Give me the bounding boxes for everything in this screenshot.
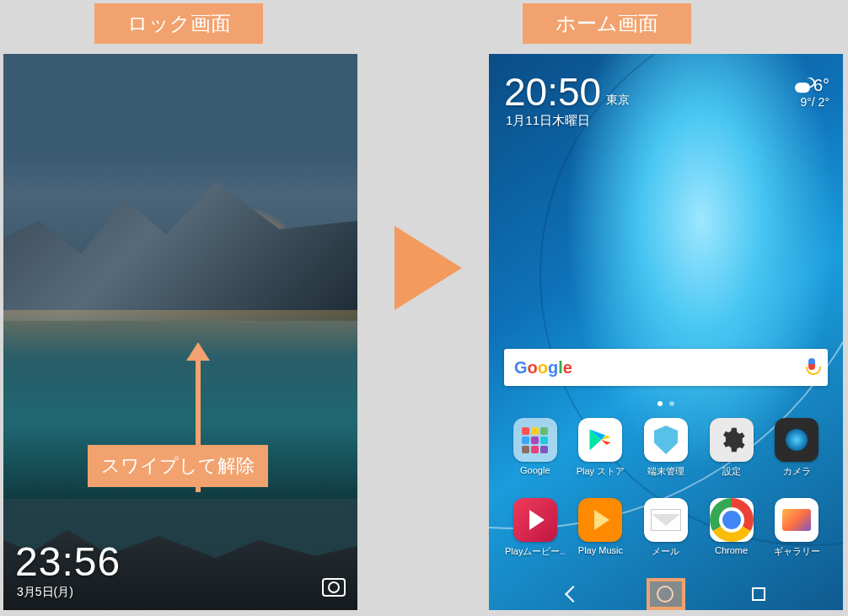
swipe-hint-label: スワイプして解除 xyxy=(88,445,268,487)
app-mail[interactable]: メール xyxy=(635,498,697,558)
home-time: 20:50 xyxy=(504,69,601,115)
home-screen-label: ホーム画面 xyxy=(523,3,691,44)
weather-temp: 6° xyxy=(813,76,829,94)
google-folder-icon xyxy=(513,418,557,462)
app-label: メール xyxy=(652,545,679,558)
play-music-icon xyxy=(578,498,622,542)
app-label: Play Music xyxy=(578,545,623,555)
home-button[interactable] xyxy=(657,586,674,603)
mic-icon[interactable] xyxy=(806,358,818,377)
gallery-icon xyxy=(775,498,818,542)
camera-icon xyxy=(775,418,818,462)
page-indicator xyxy=(657,401,674,406)
back-button[interactable] xyxy=(565,586,582,603)
app-play-movies[interactable]: Playムービー.. xyxy=(504,498,566,558)
phone-manager-icon xyxy=(644,418,688,462)
app-chrome[interactable]: Chrome xyxy=(700,498,763,558)
app-gallery[interactable]: ギャラリー xyxy=(765,498,828,558)
transition-arrow-icon xyxy=(394,226,462,310)
weather-icon xyxy=(795,83,810,93)
app-play-store[interactable]: Play ストア xyxy=(570,418,632,478)
app-label: Playムービー.. xyxy=(505,545,566,558)
navigation-bar xyxy=(489,578,843,610)
camera-icon[interactable] xyxy=(322,578,346,597)
app-camera[interactable]: カメラ xyxy=(765,418,828,478)
app-settings[interactable]: 設定 xyxy=(700,418,763,478)
clock-widget[interactable]: 20:50 東京 xyxy=(504,69,630,115)
app-label: Google xyxy=(520,465,550,475)
home-date: 1月11日木曜日 xyxy=(506,113,590,129)
mail-icon xyxy=(644,498,688,542)
app-phone-manager[interactable]: 端末管理 xyxy=(635,418,697,478)
play-store-icon xyxy=(578,418,622,462)
google-logo: Google xyxy=(514,358,572,378)
app-label: 設定 xyxy=(722,465,741,478)
app-label: カメラ xyxy=(783,465,811,478)
settings-icon xyxy=(710,418,754,462)
app-label: Play ストア xyxy=(577,465,625,478)
home-screen[interactable]: 20:50 東京 1月11日木曜日 6° 9°/ 2° Google Googl… xyxy=(489,54,843,610)
home-city: 東京 xyxy=(606,93,630,108)
app-label: Chrome xyxy=(715,545,748,555)
recents-button[interactable] xyxy=(752,587,765,601)
lock-date: 3月5日(月) xyxy=(17,585,73,600)
play-movies-icon xyxy=(513,498,557,542)
google-search-bar[interactable]: Google xyxy=(504,349,828,386)
app-grid: GooglePlay ストア端末管理設定カメラPlayムービー..Play Mu… xyxy=(504,418,828,558)
app-play-music[interactable]: Play Music xyxy=(570,498,632,558)
weather-widget[interactable]: 6° 9°/ 2° xyxy=(795,76,829,109)
chrome-icon xyxy=(710,498,754,542)
lock-time: 23:56 xyxy=(15,538,121,585)
app-label: 端末管理 xyxy=(647,465,684,478)
weather-range: 9°/ 2° xyxy=(795,95,829,109)
lock-screen-label: ロック画面 xyxy=(94,3,263,44)
app-google-folder[interactable]: Google xyxy=(504,418,566,478)
app-label: ギャラリー xyxy=(774,545,820,558)
lock-screen[interactable]: 23:56 3月5日(月) xyxy=(3,54,357,610)
